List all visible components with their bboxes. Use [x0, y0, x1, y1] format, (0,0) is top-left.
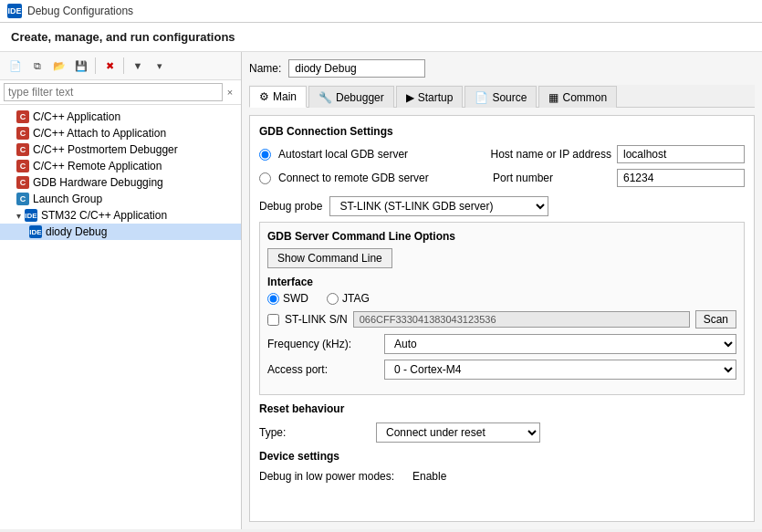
main-tab-icon: ⚙	[259, 90, 269, 103]
jtag-label: JTAG	[342, 292, 370, 305]
autostart-label: Autostart local GDB server	[278, 148, 408, 161]
low-power-row: Debug in low power modes: Enable	[259, 470, 745, 483]
cpp-icon: C	[16, 176, 29, 189]
stlink-sn-label: ST-LINK S/N	[285, 313, 348, 326]
config-name-value: diody Debug	[288, 59, 425, 78]
tab-source[interactable]: 📄 Source	[465, 86, 537, 108]
new-config-button[interactable]: 📄	[5, 56, 26, 76]
right-panel: Name: diody Debug ⚙ Main 🔧 Debugger ▶ St…	[242, 52, 762, 529]
startup-tab-icon: ▶	[406, 91, 414, 104]
startup-tab-label: Startup	[418, 91, 454, 104]
config-tree: C C/C++ Application C C/C++ Attach to Ap…	[0, 105, 241, 529]
search-clear-button[interactable]: ×	[223, 85, 237, 99]
frequency-select[interactable]: Auto	[384, 334, 736, 354]
frequency-label: Frequency (kHz):	[267, 338, 377, 350]
tree-item-label: C/C++ Attach to Application	[33, 127, 166, 140]
filter-button[interactable]: ▼	[128, 56, 148, 76]
device-settings-title: Device settings	[259, 450, 745, 463]
cmd-section-title: GDB Server Command Line Options	[267, 230, 736, 243]
tree-item-label: STM32 C/C++ Application	[41, 209, 167, 222]
swd-label: SWD	[283, 292, 308, 305]
tab-bar: ⚙ Main 🔧 Debugger ▶ Startup 📄 Source ▦ C…	[249, 85, 755, 108]
open-button[interactable]: 📂	[49, 56, 69, 76]
reset-section: Reset behaviour Type: Connect under rese…	[259, 402, 745, 443]
separator-2	[123, 57, 124, 74]
swd-radio[interactable]	[267, 293, 279, 305]
common-tab-label: Common	[562, 91, 607, 104]
window-title: Debug Configurations	[27, 5, 133, 17]
host-value: localhost	[617, 145, 745, 163]
left-toolbar: 📄 ⧉ 📂 💾 ✖ ▼ ▾	[0, 52, 241, 80]
search-bar: ×	[0, 80, 241, 105]
access-port-select[interactable]: 0 - Cortex-M4	[384, 360, 736, 380]
port-field-group: Port number 61234	[493, 169, 745, 187]
ide-icon: IDE	[25, 209, 37, 222]
debug-probe-label: Debug probe	[259, 200, 322, 213]
host-label: Host name or IP address	[490, 148, 611, 161]
title-bar: IDE Debug Configurations	[0, 0, 762, 23]
ide-icon: IDE	[29, 225, 42, 238]
show-command-button[interactable]: Show Command Line	[267, 248, 392, 268]
debugger-tab-icon: 🔧	[318, 91, 332, 104]
cpp-icon: C	[16, 110, 29, 123]
port-label: Port number	[493, 172, 611, 184]
tree-item-cpp-postmortem[interactable]: C C/C++ Postmortem Debugger	[0, 141, 241, 158]
tree-item-label: C/C++ Remote Application	[33, 160, 162, 172]
separator-1	[95, 57, 96, 74]
scan-button[interactable]: Scan	[695, 310, 736, 329]
low-power-label: Debug in low power modes:	[259, 470, 405, 483]
debug-probe-select[interactable]: ST-LINK (ST-LINK GDB server)	[329, 196, 548, 216]
tree-item-diody-debug[interactable]: IDE diody Debug	[0, 224, 241, 240]
content-area: GDB Connection Settings Autostart local …	[249, 115, 755, 522]
tree-item-label: C/C++ Postmortem Debugger	[33, 143, 178, 156]
name-row: Name: diody Debug	[249, 59, 755, 78]
access-port-label: Access port:	[267, 363, 377, 376]
save-button[interactable]: 💾	[71, 56, 91, 76]
tree-item-launch-group[interactable]: C Launch Group	[0, 191, 241, 207]
source-tab-label: Source	[492, 91, 527, 104]
left-panel: 📄 ⧉ 📂 💾 ✖ ▼ ▾ × C C/C++ Application C C/…	[0, 52, 242, 529]
interface-radios: SWD JTAG	[267, 292, 736, 305]
menu-button[interactable]: ▾	[150, 56, 170, 76]
tab-main[interactable]: ⚙ Main	[249, 86, 307, 108]
jtag-radio[interactable]	[327, 293, 339, 305]
connect-remote-radio[interactable]	[259, 172, 271, 184]
launch-icon: C	[16, 193, 29, 205]
cmd-section: GDB Server Command Line Options Show Com…	[259, 222, 745, 395]
app-icon: IDE	[7, 4, 22, 18]
delete-button[interactable]: ✖	[99, 56, 120, 76]
interface-section: Interface SWD JTAG S	[267, 276, 736, 380]
tree-item-cpp-attach[interactable]: C C/C++ Attach to Application	[0, 125, 241, 141]
tree-item-cpp-app[interactable]: C C/C++ Application	[0, 109, 241, 125]
expand-arrow: ▾	[16, 211, 21, 221]
frequency-row: Frequency (kHz): Auto	[267, 334, 736, 354]
tree-item-stm32[interactable]: ▾ IDE STM32 C/C++ Application	[0, 207, 241, 224]
duplicate-button[interactable]: ⧉	[27, 56, 47, 76]
device-section: Device settings Debug in low power modes…	[259, 450, 745, 483]
autostart-radio[interactable]	[259, 149, 271, 161]
tree-item-cpp-remote[interactable]: C C/C++ Remote Application	[0, 158, 241, 174]
stlink-sn-checkbox[interactable]	[267, 314, 279, 326]
debug-probe-row: Debug probe ST-LINK (ST-LINK GDB server)	[259, 196, 745, 216]
reset-type-label: Type:	[259, 426, 369, 439]
page-subtitle: Create, manage, and run configurations	[0, 23, 762, 52]
reset-type-select[interactable]: Connect under reset	[376, 422, 540, 443]
reset-title: Reset behaviour	[259, 402, 745, 415]
connect-remote-row: Connect to remote GDB server Port number…	[259, 169, 745, 187]
tab-common[interactable]: ▦ Common	[538, 86, 617, 108]
cpp-icon: C	[16, 127, 29, 140]
main-container: 📄 ⧉ 📂 💾 ✖ ▼ ▾ × C C/C++ Application C C/…	[0, 52, 762, 529]
connect-remote-label: Connect to remote GDB server	[278, 172, 429, 184]
tab-debugger[interactable]: 🔧 Debugger	[308, 86, 394, 108]
tree-item-gdb-hardware[interactable]: C GDB Hardware Debugging	[0, 174, 241, 191]
tab-startup[interactable]: ▶ Startup	[396, 86, 464, 108]
stlink-sn-input[interactable]	[353, 311, 690, 328]
search-input[interactable]	[4, 83, 223, 101]
name-label: Name:	[249, 62, 281, 75]
port-value: 61234	[617, 169, 745, 187]
tree-item-label: diody Debug	[46, 225, 107, 238]
low-power-value: Enable	[412, 470, 446, 483]
debugger-tab-label: Debugger	[336, 91, 384, 104]
host-field-group: Host name or IP address localhost	[490, 145, 745, 163]
source-tab-icon: 📄	[475, 91, 488, 104]
